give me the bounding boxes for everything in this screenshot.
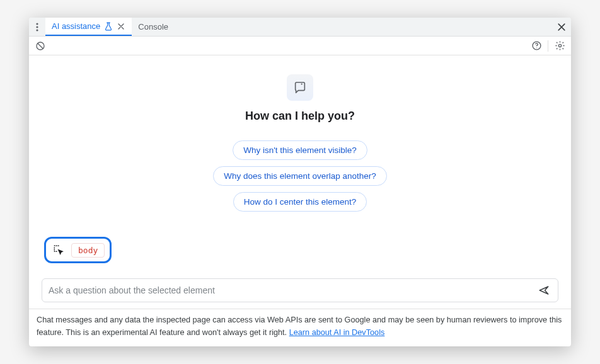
toolbar-divider [548, 40, 548, 52]
close-icon [118, 23, 124, 30]
panel-close-button[interactable] [552, 18, 571, 36]
send-button[interactable] [536, 283, 551, 298]
heading: How can I help you? [245, 110, 355, 123]
suggestion-chips: Why isn't this element visible? Why does… [213, 140, 387, 212]
settings-button[interactable] [553, 40, 566, 52]
svg-point-6 [558, 45, 561, 47]
suggestion-chip[interactable]: Why does this element overlap another? [213, 166, 387, 186]
tab-console[interactable]: Console [132, 18, 175, 36]
svg-point-1 [36, 26, 38, 28]
more-menu-button[interactable] [29, 18, 45, 36]
svg-point-2 [36, 29, 38, 31]
svg-point-0 [36, 23, 38, 25]
toolbar [29, 37, 571, 55]
clear-icon [35, 41, 45, 51]
flask-icon [104, 22, 113, 31]
help-icon [531, 40, 542, 51]
selected-element-tag[interactable]: body [71, 243, 105, 258]
tab-label: AI assistance [52, 21, 100, 31]
element-picker-button[interactable] [51, 242, 66, 258]
gear-icon [555, 40, 565, 51]
suggestion-chip[interactable]: Why isn't this element visible? [233, 140, 367, 160]
tab-close-button[interactable] [117, 22, 125, 31]
disclaimer: Chat messages and any data the inspected… [29, 309, 571, 346]
prompt-input-row [42, 278, 558, 302]
tab-ai-assistance[interactable]: AI assistance [45, 18, 132, 36]
prompt-input[interactable] [49, 285, 536, 295]
close-icon [558, 23, 565, 31]
context-selector: body [44, 237, 112, 263]
tab-strip: AI assistance Console [29, 18, 571, 37]
svg-point-5 [536, 48, 536, 48]
main-area: How can I help you? Why isn't this eleme… [29, 55, 571, 309]
kebab-icon [36, 23, 38, 31]
help-button[interactable] [530, 40, 543, 52]
devtools-panel: AI assistance Console [29, 18, 571, 346]
suggestion-chip[interactable]: How do I center this element? [233, 192, 367, 212]
element-picker-icon [53, 244, 64, 256]
send-icon [538, 285, 550, 296]
clear-button[interactable] [34, 40, 47, 52]
spark-icon-box [287, 74, 313, 101]
disclaimer-link[interactable]: Learn about AI in DevTools [289, 328, 385, 337]
tab-label: Console [138, 22, 168, 31]
spark-chat-icon [293, 81, 307, 94]
